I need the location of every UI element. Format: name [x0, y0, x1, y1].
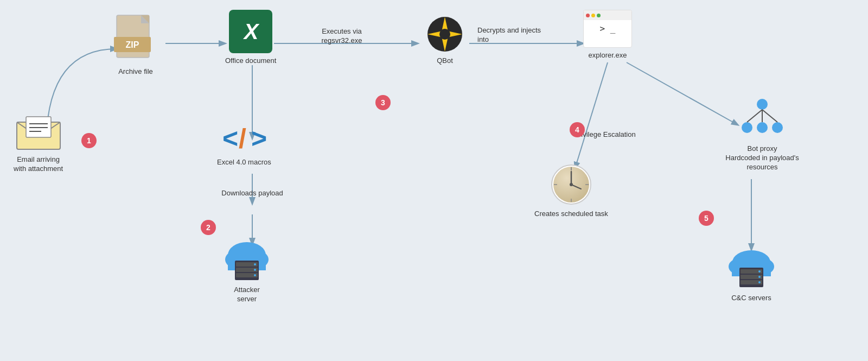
svg-point-49 — [742, 122, 752, 133]
qbot-node: QBot — [420, 10, 469, 66]
downloads-label: Downloads payload — [209, 189, 296, 197]
svg-point-65 — [758, 281, 761, 283]
svg-point-38 — [439, 29, 450, 40]
botproxy-node: Bot proxy Hardcoded in payload's resourc… — [719, 98, 806, 172]
step-badge-2: 2 — [201, 220, 216, 235]
svg-point-48 — [757, 99, 768, 110]
zip-node: ZIP Archive file — [111, 10, 160, 77]
decrypts-label: Decrypts and injects into — [477, 26, 548, 45]
svg-line-52 — [747, 110, 762, 122]
email-icon — [14, 114, 63, 152]
svg-point-32 — [254, 274, 256, 276]
attacker-node: Attacker server — [220, 239, 274, 304]
svg-point-30 — [254, 263, 256, 265]
explorer-node: > _ explorer.exe — [583, 10, 632, 60]
svg-line-54 — [762, 110, 777, 122]
terminal-icon: > _ — [583, 10, 632, 48]
email-node: Email arriving with attachment — [14, 114, 63, 174]
svg-point-63 — [758, 270, 761, 273]
svg-point-50 — [757, 122, 768, 133]
svg-text:ZIP: ZIP — [126, 40, 139, 49]
explorer-label: explorer.exe — [589, 51, 627, 60]
excel-label: Office document — [225, 56, 276, 66]
qbot-label: QBot — [437, 56, 453, 66]
svg-text:<: < — [222, 123, 238, 154]
svg-point-64 — [758, 276, 761, 278]
step-badge-5: 5 — [699, 211, 714, 226]
cnc-node: C&C servers — [724, 247, 778, 303]
svg-text:>: > — [251, 123, 267, 154]
step-badge-3: 3 — [375, 95, 391, 110]
excel-icon: X — [229, 10, 272, 53]
macros-node: < / > Excel 4.0 macros — [217, 119, 271, 167]
step-badge-4: 4 — [570, 122, 585, 137]
attacker-label: Attacker server — [234, 286, 260, 304]
botproxy-icon — [735, 98, 789, 141]
svg-point-51 — [772, 122, 783, 133]
excel-node: X Office document — [225, 10, 276, 66]
svg-text:/: / — [239, 123, 246, 154]
scheduled-label: Creates scheduled task — [534, 210, 608, 219]
zip-label: Archive file — [118, 67, 153, 77]
macros-label: Excel 4.0 macros — [217, 158, 271, 167]
email-label: Email arriving with attachment — [14, 155, 63, 174]
cnc-server-icon — [724, 247, 778, 290]
svg-point-31 — [254, 269, 256, 271]
zip-icon: ZIP — [111, 10, 160, 64]
step-badge-1: 1 — [81, 133, 97, 148]
executes-label: Executes via regsvr32.exe — [309, 27, 374, 46]
svg-line-6 — [575, 62, 608, 168]
qbot-icon — [420, 10, 469, 53]
attack-flow-diagram: Email arriving with attachment ZIP Archi… — [0, 0, 868, 361]
botproxy-label: Bot proxy Hardcoded in payload's resourc… — [719, 144, 806, 172]
scheduled-task-node: Creates scheduled task — [534, 163, 608, 219]
cnc-label: C&C servers — [731, 294, 771, 303]
attacker-server-icon — [220, 239, 274, 282]
macros-icon: < / > — [220, 119, 269, 155]
clock-icon — [550, 163, 593, 206]
svg-point-43 — [570, 183, 573, 186]
